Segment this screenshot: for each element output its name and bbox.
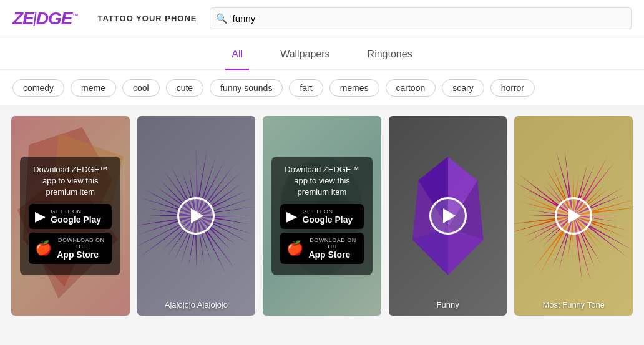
premium-text: Download ZEDGE™ app to view this premium… xyxy=(29,164,112,198)
play-button[interactable] xyxy=(429,197,467,235)
google-play-label-small: GET IT ON xyxy=(302,208,333,215)
tags-row: comedymemecoolcutefunny soundsfartmemesc… xyxy=(0,70,644,106)
tab-all[interactable]: All xyxy=(225,37,249,70)
apple-icon: 🍎 xyxy=(35,240,52,256)
tag-chip[interactable]: memes xyxy=(329,79,379,97)
grid-card[interactable]: Funny xyxy=(389,116,507,316)
premium-box: Download ZEDGE™ app to view this premium… xyxy=(271,157,372,276)
tag-chip[interactable]: cool xyxy=(122,79,160,97)
tag-chip[interactable]: scary xyxy=(442,79,484,97)
tag-chip[interactable]: funny sounds xyxy=(210,79,283,97)
grid-card[interactable]: Download ZEDGE™ app to view this premium… xyxy=(11,116,130,316)
premium-text: Download ZEDGE™ app to view this premium… xyxy=(280,164,363,198)
nav-tabs: All Wallpapers Ringtones xyxy=(0,37,644,70)
card-title: Funny xyxy=(389,300,507,309)
grid-card[interactable]: Most Funny Tone xyxy=(514,116,633,316)
app-store-label-big: App Store xyxy=(57,250,99,260)
tag-chip[interactable]: cartoon xyxy=(386,79,436,97)
premium-box: Download ZEDGE™ app to view this premium… xyxy=(20,157,120,276)
google-play-button[interactable]: ▶ GET IT ON Google Play xyxy=(280,204,363,229)
google-play-icon: ▶ xyxy=(286,208,297,225)
google-play-button[interactable]: ▶ GET IT ON Google Play xyxy=(29,204,112,229)
tag-chip[interactable]: fart xyxy=(289,79,323,97)
play-button[interactable] xyxy=(555,197,592,235)
tab-wallpapers[interactable]: Wallpapers xyxy=(274,37,336,70)
logo[interactable]: ZEDGE™ xyxy=(12,9,77,29)
tag-chip[interactable]: meme xyxy=(71,79,116,97)
tag-chip[interactable]: cute xyxy=(166,79,203,97)
logo-text: ZEDGE™ xyxy=(12,9,77,29)
premium-overlay: Download ZEDGE™ app to view this premium… xyxy=(263,116,381,316)
header: ZEDGE™ TATTOO YOUR PHONE 🔍 xyxy=(0,0,644,37)
play-button[interactable] xyxy=(177,197,215,235)
app-store-button[interactable]: 🍎 Download on the App Store xyxy=(29,233,112,264)
app-store-label-big: App Store xyxy=(308,250,350,260)
tagline: TATTOO YOUR PHONE xyxy=(97,14,197,23)
google-play-icon: ▶ xyxy=(35,208,46,225)
play-icon xyxy=(191,208,203,223)
play-icon xyxy=(568,208,581,223)
grid-card[interactable]: Ajajojojo Ajajojojo xyxy=(137,116,256,316)
apple-icon: 🍎 xyxy=(286,240,303,256)
search-input[interactable] xyxy=(210,7,632,29)
play-icon xyxy=(443,208,456,223)
tag-chip[interactable]: horror xyxy=(490,79,535,97)
google-play-label-big: Google Play xyxy=(302,215,353,225)
google-play-label-big: Google Play xyxy=(51,215,101,225)
card-title: Most Funny Tone xyxy=(514,300,633,309)
tag-chip[interactable]: comedy xyxy=(12,79,64,97)
app-store-button[interactable]: 🍎 Download on the App Store xyxy=(280,233,363,264)
app-store-label-small: Download on the xyxy=(57,237,105,250)
card-title: Ajajojojo Ajajojojo xyxy=(137,300,256,309)
tab-ringtones[interactable]: Ringtones xyxy=(361,37,419,70)
search-bar[interactable]: 🔍 xyxy=(210,7,632,29)
content-grid: Download ZEDGE™ app to view this premium… xyxy=(0,106,644,326)
logo-tm: ™ xyxy=(72,12,77,19)
premium-overlay: Download ZEDGE™ app to view this premium… xyxy=(11,116,130,316)
search-icon: 🔍 xyxy=(216,13,228,24)
google-play-label-small: GET IT ON xyxy=(51,208,81,215)
app-store-label-small: Download on the xyxy=(308,237,357,250)
grid-card[interactable]: Download ZEDGE™ app to view this premium… xyxy=(263,116,381,316)
